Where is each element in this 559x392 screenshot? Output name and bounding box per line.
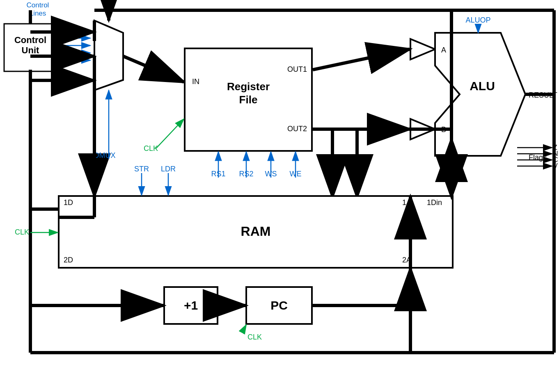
- alu-a-label: A: [441, 46, 446, 54]
- svg-line-11: [123, 56, 184, 82]
- alu-body: [435, 33, 525, 156]
- control-unit-label2: Unit: [22, 45, 39, 55]
- ram-2d-label: 2D: [64, 256, 73, 264]
- ram-label: RAM: [241, 224, 271, 239]
- clk-pc-label: CLK: [247, 333, 262, 341]
- str-label: STR: [134, 165, 149, 173]
- svg-line-50: [242, 325, 246, 332]
- control-lines-label: Control: [27, 1, 49, 9]
- ram-1d-label: 1D: [64, 198, 73, 207]
- aluop-label: ALUOP: [465, 16, 490, 24]
- ldr-label: LDR: [161, 165, 176, 173]
- alu-input-a: [410, 39, 435, 59]
- control-unit-label: Control: [14, 35, 46, 45]
- svg-line-26: [313, 49, 410, 70]
- register-file-label2: File: [239, 93, 258, 106]
- clk-ram-label: CLK: [15, 228, 29, 236]
- svg-line-41: [156, 119, 184, 148]
- circuit-diagram: Control Unit Control Lines Register File…: [0, 0, 559, 392]
- alu-label: ALU: [470, 79, 495, 93]
- dmux-label: DMUX: [94, 151, 116, 160]
- ram-1din-label: 1Din: [427, 198, 442, 207]
- reg-in-label: IN: [192, 77, 199, 86]
- pc-label: PC: [270, 299, 288, 312]
- reg-out1-label: OUT1: [287, 65, 307, 73]
- mux-shape: [94, 21, 123, 90]
- reg-out2-label: OUT2: [287, 125, 307, 133]
- increment-label: +1: [184, 299, 198, 312]
- clk-reg-label: CLK: [144, 144, 158, 153]
- register-file-label: Register: [227, 80, 270, 93]
